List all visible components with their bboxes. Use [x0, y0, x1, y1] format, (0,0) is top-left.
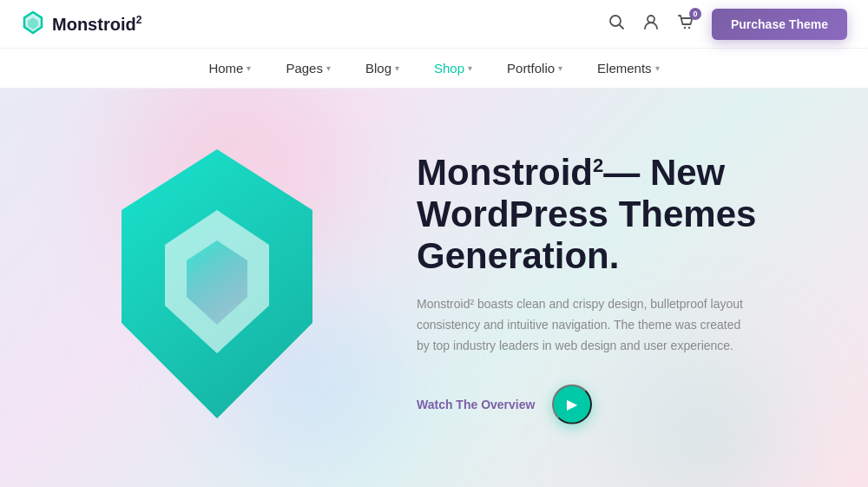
logo-icon — [21, 10, 45, 38]
svg-point-3 — [684, 27, 686, 29]
svg-point-4 — [688, 27, 690, 29]
navigation: Home ▾ Pages ▾ Blog ▾ Shop ▾ Portfolio ▾… — [0, 49, 868, 89]
chevron-down-icon: ▾ — [247, 63, 251, 73]
chevron-down-icon: ▾ — [326, 63, 331, 73]
nav-item-elements[interactable]: Elements ▾ — [580, 49, 677, 88]
logo-text: Monstroid2 — [52, 14, 141, 35]
hero-description: Monstroid² boasts clean and crispy desig… — [417, 294, 746, 356]
search-icon[interactable] — [608, 13, 625, 35]
nav-item-pages[interactable]: Pages ▾ — [268, 49, 348, 88]
chevron-down-icon: ▾ — [655, 63, 660, 73]
nav-item-portfolio[interactable]: Portfolio ▾ — [490, 49, 580, 88]
header-icons: 0 Purchase Theme — [608, 9, 847, 40]
play-icon: ▶ — [567, 396, 577, 412]
hero-actions: Watch The Overview ▶ — [417, 385, 833, 424]
hero-title: Monstroid2— New WordPress Themes Generat… — [417, 151, 833, 277]
svg-point-2 — [648, 16, 654, 23]
svg-line-1 — [619, 25, 623, 30]
header: Monstroid2 0 Purchase Theme — [0, 0, 868, 49]
chevron-down-icon: ▾ — [395, 63, 399, 73]
hero-section: Monstroid2— New WordPress Themes Generat… — [0, 89, 868, 487]
nav-item-shop[interactable]: Shop ▾ — [417, 49, 490, 88]
hero-graphic — [52, 123, 382, 453]
cart-badge: 0 — [689, 8, 701, 20]
chevron-down-icon: ▾ — [468, 63, 472, 73]
play-button[interactable]: ▶ — [552, 385, 592, 424]
chevron-down-icon: ▾ — [558, 63, 562, 73]
purchase-theme-button[interactable]: Purchase Theme — [712, 9, 847, 40]
nav-item-blog[interactable]: Blog ▾ — [348, 49, 417, 88]
logo[interactable]: Monstroid2 — [21, 10, 141, 38]
cart-icon[interactable]: 0 — [677, 13, 694, 35]
nav-item-home[interactable]: Home ▾ — [191, 49, 268, 88]
watch-overview-link[interactable]: Watch The Overview — [417, 398, 535, 411]
user-icon[interactable] — [642, 13, 660, 35]
hero-content: Monstroid2— New WordPress Themes Generat… — [417, 151, 833, 424]
